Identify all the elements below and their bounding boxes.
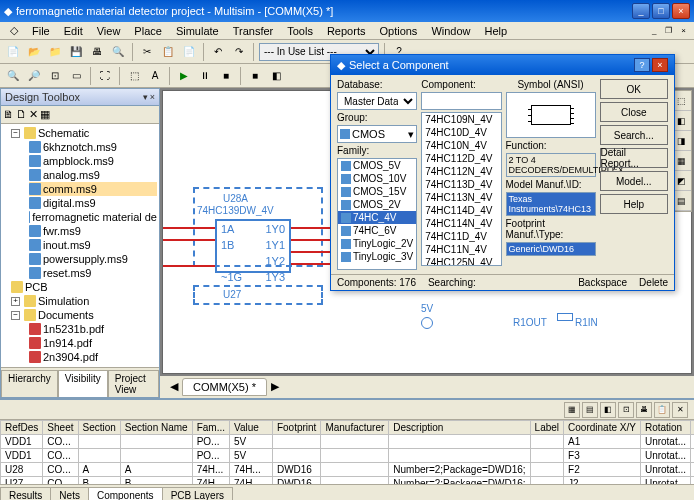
component-list[interactable]: 74HC109N_4V74HC10D_4V74HC10N_4V74HC112D_…: [421, 112, 501, 266]
tree-file[interactable]: fwr.ms9: [29, 224, 157, 238]
tree-file[interactable]: comm.ms9: [29, 182, 157, 196]
menu-options[interactable]: Options: [373, 24, 423, 38]
family-item[interactable]: TinyLogic_2V: [338, 237, 416, 250]
tree-file[interactable]: ampblock.ms9: [29, 154, 157, 168]
menu-place[interactable]: Place: [128, 24, 168, 38]
cut-button[interactable]: ✂: [138, 43, 156, 61]
ok-button[interactable]: OK: [600, 79, 669, 99]
dt-caret-icon[interactable]: ▾: [143, 92, 148, 102]
ss-tab-components[interactable]: Components: [88, 487, 163, 500]
tab-scroll-right[interactable]: ▶: [267, 378, 283, 396]
component-item[interactable]: 74HC11N_4V: [422, 243, 500, 256]
column-header[interactable]: Label: [530, 421, 563, 435]
ss-tool-3[interactable]: ◧: [600, 402, 616, 418]
component-item[interactable]: 74HC11D_4V: [422, 230, 500, 243]
tb-btn-1[interactable]: ■: [246, 67, 264, 85]
menu-simulate[interactable]: Simulate: [170, 24, 225, 38]
column-header[interactable]: Coordinate X/Y: [564, 421, 641, 435]
components-table[interactable]: RefDesSheetSectionSection NameFam...Valu…: [0, 420, 694, 484]
tree-file[interactable]: 6khznotch.ms9: [29, 140, 157, 154]
component-item[interactable]: 74HC114D_4V: [422, 204, 500, 217]
dt-tool-3[interactable]: ✕: [29, 108, 38, 121]
mdi-minimize[interactable]: _: [648, 26, 660, 35]
preview-button[interactable]: 🔍: [109, 43, 127, 61]
menu-reports[interactable]: Reports: [321, 24, 372, 38]
save-button[interactable]: 💾: [67, 43, 85, 61]
component-item[interactable]: 74HC125N_4V: [422, 256, 500, 266]
family-item[interactable]: 74HC_6V: [338, 224, 416, 237]
close-button[interactable]: ×: [672, 3, 690, 19]
new-button[interactable]: 📄: [4, 43, 22, 61]
tree-file[interactable]: inout.ms9: [29, 238, 157, 252]
canvas-tab[interactable]: COMM(X5) *: [182, 378, 267, 396]
component-item[interactable]: 74HC112D_4V: [422, 152, 500, 165]
column-header[interactable]: RefDes: [1, 421, 43, 435]
paste-button[interactable]: 📄: [180, 43, 198, 61]
redo-button[interactable]: ↷: [230, 43, 248, 61]
component-item[interactable]: 74HC112N_4V: [422, 165, 500, 178]
column-header[interactable]: Flip...: [691, 421, 694, 435]
dialog-help-icon[interactable]: ?: [634, 58, 650, 72]
menu-edit[interactable]: Edit: [58, 24, 89, 38]
fullscreen-button[interactable]: ⛶: [96, 67, 114, 85]
dt-tool-4[interactable]: ▦: [40, 108, 50, 121]
text-button[interactable]: A: [146, 67, 164, 85]
ss-tool-2[interactable]: ▤: [582, 402, 598, 418]
zoom-fit-button[interactable]: ⊡: [46, 67, 64, 85]
tree-file[interactable]: digital.ms9: [29, 196, 157, 210]
component-item[interactable]: 74HC109N_4V: [422, 113, 500, 126]
column-header[interactable]: Description: [389, 421, 530, 435]
tab-visibility[interactable]: Visibility: [58, 370, 108, 397]
family-list[interactable]: CMOS_5VCMOS_10VCMOS_15VCMOS_2V74HC_4V74H…: [337, 158, 417, 270]
component-item[interactable]: 74HC113D_4V: [422, 178, 500, 191]
ss-tab-pcb-layers[interactable]: PCB Layers: [162, 487, 233, 500]
copy-button[interactable]: 📋: [159, 43, 177, 61]
ss-tool-6[interactable]: 📋: [654, 402, 670, 418]
component-item[interactable]: 74HC113N_4V: [422, 191, 500, 204]
ss-tab-results[interactable]: Results: [0, 487, 51, 500]
component-button[interactable]: ⬚: [125, 67, 143, 85]
menu-file[interactable]: File: [26, 24, 56, 38]
column-header[interactable]: Rotation: [640, 421, 690, 435]
menu-view[interactable]: View: [91, 24, 127, 38]
column-header[interactable]: Section Name: [120, 421, 192, 435]
ss-tool-5[interactable]: 🖶: [636, 402, 652, 418]
column-header[interactable]: Fam...: [192, 421, 229, 435]
menu-help[interactable]: Help: [479, 24, 514, 38]
tab-scroll-left[interactable]: ◀: [166, 378, 182, 396]
open2-button[interactable]: 📁: [46, 43, 64, 61]
undo-button[interactable]: ↶: [209, 43, 227, 61]
ss-tool-7[interactable]: ✕: [672, 402, 688, 418]
table-row[interactable]: U27CO...BB74H...74H...DWD16Number=2;Pack…: [1, 477, 695, 485]
project-tree[interactable]: −Schematic 6khznotch.ms9ampblock.ms9anal…: [1, 124, 159, 367]
model-button[interactable]: Model...: [600, 171, 669, 191]
dt-close-icon[interactable]: ×: [150, 92, 155, 102]
tree-sim[interactable]: +Simulation: [11, 294, 157, 308]
database-select[interactable]: Master Database: [337, 92, 417, 110]
detail-report-button[interactable]: Detail Report...: [600, 148, 669, 168]
tree-doc[interactable]: 1n914.pdf: [29, 336, 157, 350]
group-select[interactable]: CMOS▾: [337, 125, 417, 143]
menu-window[interactable]: Window: [425, 24, 476, 38]
mdi-close[interactable]: ×: [677, 26, 690, 35]
sim-pause-button[interactable]: ⏸: [196, 67, 214, 85]
print-button[interactable]: 🖶: [88, 43, 106, 61]
menu-tools[interactable]: Tools: [281, 24, 319, 38]
open-button[interactable]: 📂: [25, 43, 43, 61]
family-item[interactable]: CMOS_2V: [338, 198, 416, 211]
ss-tool-4[interactable]: ⊡: [618, 402, 634, 418]
tree-docs[interactable]: −Documents: [11, 308, 157, 322]
zoom-area-button[interactable]: ▭: [67, 67, 85, 85]
tree-pcb[interactable]: PCB: [11, 280, 157, 294]
minimize-button[interactable]: _: [632, 3, 650, 19]
table-row[interactable]: VDD1CO...PO...5VF3Unrotat...Unfl...Def..…: [1, 449, 695, 463]
column-header[interactable]: Section: [78, 421, 120, 435]
family-item[interactable]: CMOS_5V: [338, 159, 416, 172]
ss-tab-nets[interactable]: Nets: [50, 487, 89, 500]
mdi-restore[interactable]: ❐: [661, 26, 676, 35]
family-item[interactable]: CMOS_10V: [338, 172, 416, 185]
tb-btn-2[interactable]: ◧: [267, 67, 285, 85]
family-item[interactable]: 74HC_4V: [338, 211, 416, 224]
component-item[interactable]: 74HC114N_4V: [422, 217, 500, 230]
component-item[interactable]: 74HC10N_4V: [422, 139, 500, 152]
